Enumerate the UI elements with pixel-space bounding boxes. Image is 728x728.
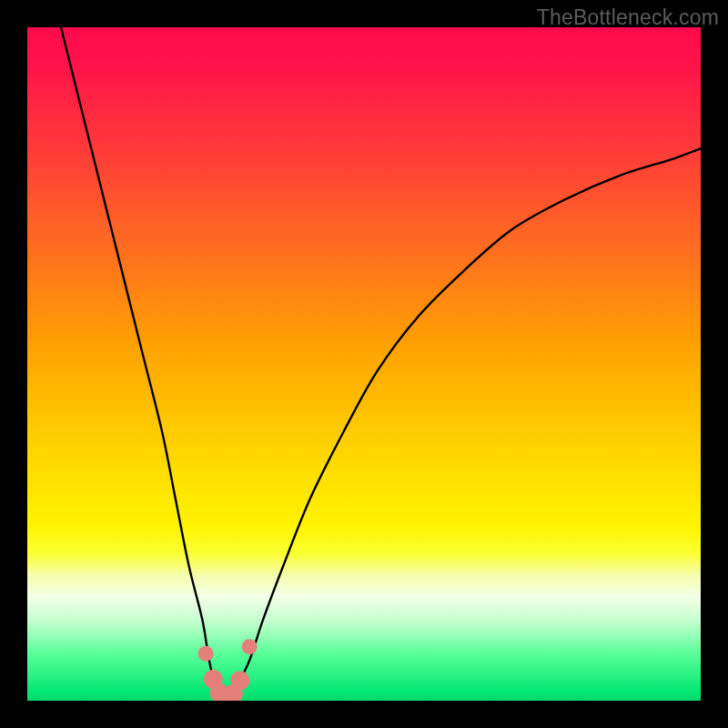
highlight-marker [230, 671, 249, 690]
highlight-marker [242, 639, 258, 654]
chart-frame [27, 27, 701, 701]
bottleneck-chart [27, 27, 701, 701]
watermark-text: TheBottleneck.com [537, 5, 719, 30]
highlight-marker [198, 646, 214, 662]
gradient-background [27, 27, 701, 701]
